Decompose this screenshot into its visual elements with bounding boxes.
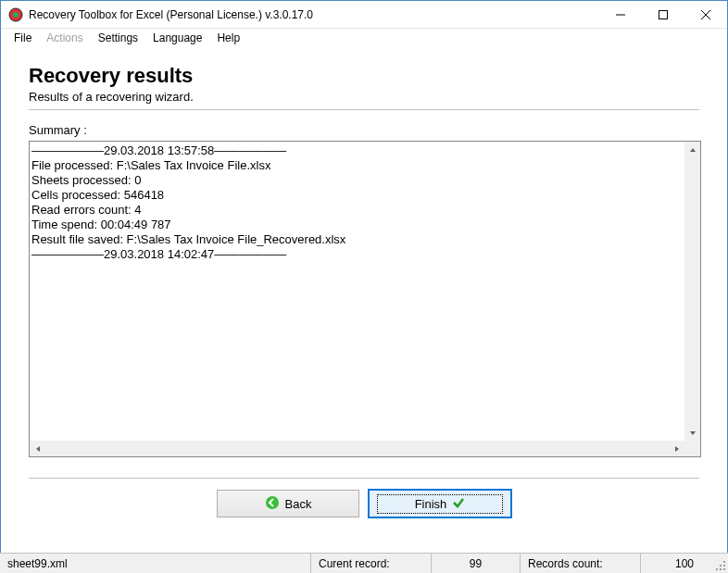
content-area: Recovery results Results of a recovering… — [1, 47, 727, 529]
log-text[interactable]: ——————29.03.2018 13:57:58—————— File pro… — [30, 142, 700, 441]
statusbar: sheet99.xml Curent record: 99 Records co… — [0, 553, 728, 573]
menu-actions: Actions — [39, 30, 90, 46]
svg-point-1 — [13, 12, 19, 18]
log-line: ——————29.03.2018 14:02:47—————— — [31, 247, 698, 262]
svg-point-7 — [723, 561, 725, 563]
log-line: Cells processed: 546418 — [31, 188, 698, 203]
summary-label: Summary : — [29, 123, 699, 137]
status-current-label: Curent record: — [311, 554, 432, 573]
scroll-up-icon[interactable] — [684, 142, 700, 157]
menu-help[interactable]: Help — [209, 30, 247, 46]
menu-language[interactable]: Language — [145, 30, 209, 46]
back-button[interactable]: Back — [217, 490, 359, 517]
status-records-label: Records count: — [521, 554, 641, 573]
svg-point-12 — [723, 568, 725, 570]
scroll-corner — [684, 441, 700, 456]
status-current-value: 99 — [432, 554, 521, 573]
vertical-scrollbar[interactable] — [684, 142, 700, 441]
log-line: Read errors count: 4 — [31, 203, 698, 218]
window-title: Recovery Toolbox for Excel (Personal Lic… — [29, 8, 599, 21]
svg-point-11 — [720, 568, 722, 570]
finish-button[interactable]: Finish — [369, 490, 511, 517]
menu-file[interactable]: File — [6, 30, 39, 46]
button-bar: Back Finish — [29, 478, 699, 529]
separator — [29, 109, 699, 110]
svg-rect-3 — [659, 10, 668, 19]
log-line: Result file saved: F:\Sales Tax Invoice … — [31, 232, 698, 247]
log-box: ——————29.03.2018 13:57:58—————— File pro… — [29, 141, 701, 457]
check-icon — [452, 496, 465, 512]
close-button[interactable] — [684, 1, 727, 28]
menubar: File Actions Settings Language Help — [1, 29, 727, 47]
status-records-value-text: 100 — [675, 557, 694, 570]
log-line: File processed: F:\Sales Tax Invoice Fil… — [31, 158, 698, 173]
svg-point-9 — [723, 565, 725, 567]
app-icon — [8, 7, 23, 22]
minimize-button[interactable] — [599, 1, 642, 28]
page-title: Recovery results — [29, 64, 699, 88]
page-subtitle: Results of a recovering wizard. — [29, 90, 699, 104]
log-line: ——————29.03.2018 13:57:58—————— — [31, 143, 698, 158]
window-controls — [599, 1, 727, 28]
status-file: sheet99.xml — [0, 554, 311, 573]
horizontal-scrollbar[interactable] — [30, 441, 684, 456]
log-line: Time spend: 00:04:49 787 — [31, 218, 698, 232]
svg-point-8 — [720, 565, 722, 567]
scroll-left-icon[interactable] — [30, 441, 45, 456]
finish-label: Finish — [415, 497, 447, 511]
svg-point-10 — [716, 568, 718, 570]
scroll-right-icon[interactable] — [669, 441, 684, 456]
resize-grip-icon[interactable] — [715, 560, 726, 571]
svg-point-6 — [266, 496, 279, 509]
maximize-button[interactable] — [642, 1, 684, 28]
scroll-down-icon[interactable] — [684, 425, 700, 441]
menu-settings[interactable]: Settings — [91, 30, 145, 46]
back-arrow-icon — [265, 495, 280, 513]
log-line: Sheets processed: 0 — [31, 173, 698, 188]
status-records-value: 100 — [641, 554, 728, 573]
titlebar: Recovery Toolbox for Excel (Personal Lic… — [1, 1, 727, 29]
back-label: Back — [285, 497, 312, 511]
